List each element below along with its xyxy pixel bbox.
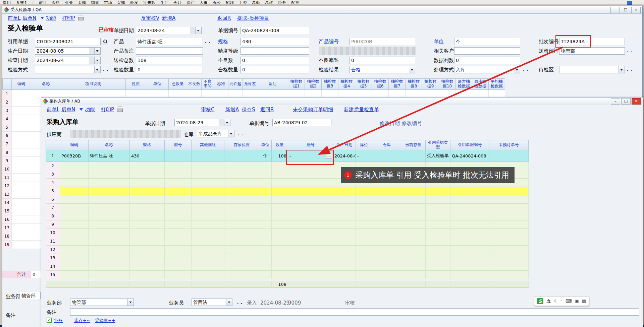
ab-cell[interactable] bbox=[60, 220, 89, 229]
ab-cell[interactable] bbox=[372, 246, 401, 254]
qa-col-header[interactable]: 单位 bbox=[146, 78, 169, 90]
qa-col-header[interactable]: 抽检数据4 bbox=[338, 78, 355, 90]
ab-row-number[interactable]: 14 bbox=[46, 262, 60, 271]
ab-cell[interactable] bbox=[192, 187, 224, 195]
ab-cell[interactable] bbox=[89, 220, 130, 229]
qa-row-number[interactable]: 4 bbox=[2, 115, 12, 123]
ab-col-header[interactable]: 批号 bbox=[288, 140, 333, 150]
ab-cell[interactable] bbox=[356, 229, 372, 237]
wait-area-select[interactable] bbox=[559, 66, 625, 73]
qa-print-button[interactable]: 打印P bbox=[62, 15, 75, 21]
dropdown-arrow-icon[interactable] bbox=[127, 299, 133, 306]
qa-row-number[interactable]: 12 bbox=[2, 182, 12, 190]
qa-cell[interactable] bbox=[12, 90, 31, 98]
qa-col-header[interactable]: 项目说明 bbox=[61, 78, 126, 90]
ab-col-header[interactable]: 规格 bbox=[130, 140, 165, 150]
menu-item[interactable]: 系统↑ bbox=[16, 0, 27, 5]
ab-cell[interactable] bbox=[333, 212, 356, 220]
customer-field[interactable] bbox=[454, 47, 520, 55]
menu-item[interactable]: 配置 bbox=[291, 0, 299, 5]
ab-purchase-link[interactable]: 采购量++ bbox=[95, 318, 115, 324]
qa-col-header[interactable]: 不良数 bbox=[187, 78, 202, 90]
qa-col-header[interactable]: 允许超 bbox=[228, 78, 243, 90]
ab-row-number[interactable]: 4 bbox=[46, 179, 60, 187]
qa-row-number[interactable]: 5 bbox=[2, 123, 12, 132]
ab-cell[interactable] bbox=[272, 254, 288, 262]
ab-doc-date-field[interactable]: 2024-08-29 bbox=[174, 119, 230, 126]
ab-row-number[interactable]: 11 bbox=[46, 237, 60, 246]
ab-cell[interactable] bbox=[259, 254, 272, 262]
dropdown-arrow-icon[interactable] bbox=[195, 27, 201, 34]
ab-cell[interactable] bbox=[489, 220, 529, 229]
ab-cell[interactable] bbox=[224, 262, 259, 271]
qa-row-number[interactable]: 6 bbox=[2, 132, 12, 140]
ab-cell[interactable] bbox=[426, 187, 450, 195]
printer-icon[interactable] bbox=[117, 108, 123, 112]
qa-cell[interactable] bbox=[12, 215, 31, 224]
ab-cell[interactable] bbox=[259, 262, 272, 271]
ab-row-number[interactable]: 10 bbox=[46, 229, 60, 237]
ime-toolbar[interactable]: S 五 ☾ ’ ⌨ ▣ ▦ bbox=[534, 296, 589, 306]
ab-row-number[interactable]: 5 bbox=[46, 187, 60, 195]
ab-cell[interactable] bbox=[489, 195, 529, 204]
ab-cell[interactable] bbox=[288, 271, 333, 279]
ab-warehouse-select[interactable]: 半成品仓库 bbox=[197, 130, 234, 137]
ab-cell[interactable] bbox=[288, 246, 333, 254]
ab-cell[interactable] bbox=[60, 187, 89, 195]
ab-cell[interactable] bbox=[224, 204, 259, 212]
ab-cell[interactable]: -... bbox=[288, 150, 333, 162]
qa-col-header[interactable]: 备注 bbox=[257, 78, 288, 90]
ab-cell[interactable]: P00320B bbox=[60, 150, 89, 162]
dropdown-arrow-icon[interactable] bbox=[94, 48, 100, 54]
menu-item[interactable]: 工资 bbox=[239, 0, 247, 5]
doc-no-field[interactable]: QA-240824-008 bbox=[240, 27, 309, 34]
ab-cell[interactable] bbox=[130, 254, 165, 262]
ab-cell[interactable] bbox=[272, 212, 288, 220]
ab-cell[interactable] bbox=[372, 271, 401, 279]
ab-row-number[interactable]: 6 bbox=[46, 195, 60, 204]
qa-col-header[interactable]: - bbox=[2, 78, 12, 90]
ab-cell[interactable] bbox=[333, 262, 356, 271]
ab-cell[interactable] bbox=[259, 271, 272, 279]
ab-cell[interactable] bbox=[165, 220, 192, 229]
ab-cell[interactable] bbox=[372, 237, 401, 246]
ab-cell[interactable] bbox=[426, 195, 450, 204]
ab-cell[interactable] bbox=[401, 150, 426, 162]
ab-cell[interactable] bbox=[89, 246, 130, 254]
ab-cell[interactable] bbox=[60, 195, 89, 204]
ab-cell[interactable] bbox=[333, 204, 356, 212]
inspect-mode-select[interactable] bbox=[35, 66, 101, 73]
ab-row-number[interactable]: 12 bbox=[46, 246, 60, 254]
ab-biz-link[interactable]: 业务 bbox=[54, 318, 63, 324]
qa-row-number[interactable]: 3 bbox=[2, 107, 12, 115]
ab-cell[interactable] bbox=[426, 204, 450, 212]
ab-cell[interactable] bbox=[288, 187, 333, 195]
dropdown-arrow-icon[interactable] bbox=[409, 66, 415, 73]
ab-cell[interactable] bbox=[130, 162, 165, 170]
ab-dept-select[interactable]: 物管部 bbox=[70, 299, 134, 306]
ab-cell[interactable] bbox=[259, 229, 272, 237]
ab-cell[interactable] bbox=[288, 212, 333, 220]
ab-cell[interactable] bbox=[333, 246, 356, 254]
ab-cell[interactable] bbox=[192, 179, 224, 187]
ab-cell[interactable] bbox=[372, 212, 401, 220]
qa-cell[interactable] bbox=[12, 148, 31, 157]
ab-new-qc-link[interactable]: 新建质量检查单 bbox=[344, 107, 379, 113]
product-more-button[interactable]: . . bbox=[205, 39, 210, 44]
ab-cell[interactable] bbox=[130, 262, 165, 271]
ab-col-header[interactable]: 单位 bbox=[259, 140, 272, 150]
keyboard-icon[interactable]: ⌨ bbox=[566, 299, 572, 303]
menu-item[interactable]: 人事 bbox=[200, 0, 208, 5]
ab-cell[interactable] bbox=[165, 229, 192, 237]
ab-cell[interactable] bbox=[372, 187, 401, 195]
ab-print-button[interactable]: 打印P bbox=[101, 107, 114, 113]
ab-col-header[interactable]: 库位 bbox=[356, 140, 372, 150]
ab-cell[interactable] bbox=[89, 271, 130, 279]
ab-cell[interactable] bbox=[89, 204, 130, 212]
ab-cell[interactable] bbox=[401, 204, 426, 212]
ab-cell[interactable] bbox=[450, 262, 489, 271]
qa-row-number[interactable]: 14 bbox=[2, 199, 12, 207]
qa-cell[interactable] bbox=[12, 182, 31, 190]
qa-cell[interactable] bbox=[12, 165, 31, 174]
ab-col-header[interactable]: 型号 bbox=[165, 140, 192, 150]
